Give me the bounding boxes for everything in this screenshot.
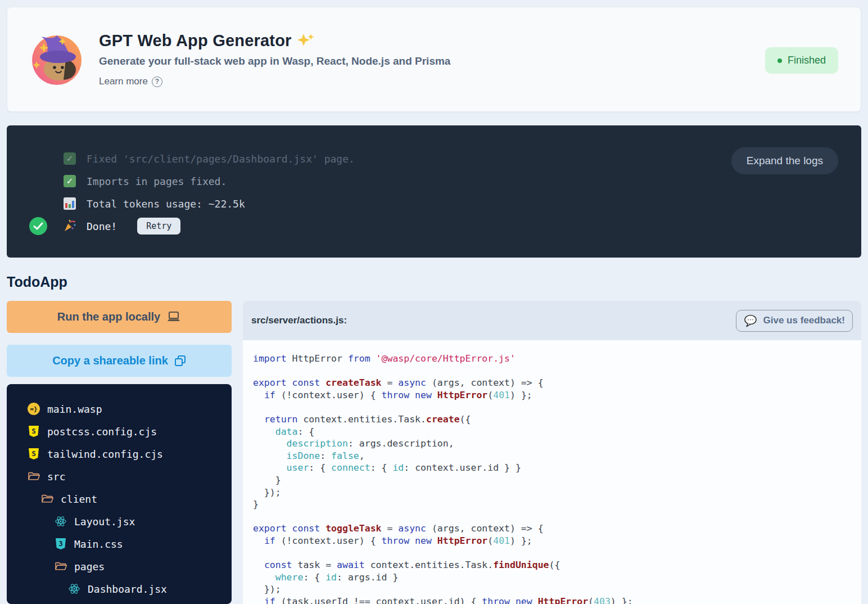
code-line: user: { connect: { id: context.user.id }… [253,462,861,474]
file-path-label: src/server/actions.js: [251,315,347,326]
log-row: Total tokens usage: ~22.5k [7,192,861,215]
tree-item-main-css[interactable]: 3Main.css [7,533,232,555]
tree-item-label: postcss.config.cjs [47,426,157,438]
log-row: Done!Retry [7,215,861,237]
feedback-button[interactable]: Give us feedback! [736,310,853,332]
tree-item-label: client [61,493,97,505]
run-app-button[interactable]: Run the app locally [7,301,232,333]
react-icon [54,515,67,528]
log-text: Done! [87,220,117,232]
tree-item-label: Layout.jsx [74,516,135,528]
bar-chart-icon [63,197,76,210]
code-line: if (!context.user) { throw new HttpError… [253,535,861,547]
code-panel: src/server/actions.js: Give us feedback!… [243,301,861,604]
status-badge: Finished [765,47,838,74]
log-row: ✓Imports in pages fixed. [7,170,861,192]
check-emoji-icon: ✓ [63,175,76,187]
tree-item-label: main.wasp [47,403,102,415]
copy-link-button[interactable]: Copy a shareable link [7,345,232,377]
code-line: export const toggleTask = async (args, c… [253,522,861,535]
page: GPT Web App Generator Generate your full… [0,0,868,604]
code-line: import HttpError from '@wasp/core/HttpEr… [253,353,861,365]
code-line: return context.entities.Task.create({ [253,413,861,426]
code-header: src/server/actions.js: Give us feedback! [243,301,861,340]
learn-more-link[interactable]: Learn more ? [99,76,162,87]
log-panel: ✓Fixed 'src/client/pages/Dashboard.jsx' … [7,125,861,258]
code-line [253,401,861,413]
copy-icon [174,355,186,367]
code-line: const task = await context.entities.Task… [253,559,861,571]
check-emoji-icon: ✓ [63,152,76,165]
run-app-label: Run the app locally [57,310,160,323]
folder-icon [54,561,67,572]
svg-text:3: 3 [58,540,62,548]
left-column: Run the app locally Copy a shareable lin… [7,301,232,604]
code-line: description: args.description, [253,438,861,450]
party-icon [63,219,76,233]
code-line: if (!context.user) { throw new HttpError… [253,389,861,402]
file-tree: =}main.waspSpostcss.config.cjsStailwind.… [7,384,232,604]
tree-item-pages[interactable]: pages [7,555,232,578]
tree-item-label: pages [74,561,105,573]
code-line: where: { id: args.id } [253,571,861,584]
success-check-icon [29,217,47,235]
code-line: }); [253,583,861,596]
js-shield-icon: S [27,448,40,460]
code-editor: import HttpError from '@wasp/core/HttpEr… [243,340,861,604]
speech-bubble-icon [744,314,758,327]
subtitle: Generate your full-stack web app in Wasp… [99,55,450,67]
feedback-label: Give us feedback! [763,315,845,326]
log-text: Total tokens usage: ~22.5k [87,198,245,210]
folder-icon [40,493,54,504]
tree-item-label: src [47,471,66,483]
learn-more-label: Learn more [99,76,148,87]
react-icon [67,583,81,595]
code-line: isDone: false, [253,450,861,462]
retry-button[interactable]: Retry [137,218,180,235]
wasp-mage-logo [30,32,84,87]
code-line: data: { [253,426,861,438]
code-line: if (task.userId !== context.user.id) { t… [253,596,861,604]
tree-item-label: tailwind.config.cjs [47,448,163,460]
log-text: Fixed 'src/client/pages/Dashboard.jsx' p… [87,153,355,165]
app-name: TodoApp [7,274,861,290]
status-label: Finished [788,55,826,66]
folder-icon [27,471,40,482]
css-shield-icon: 3 [54,538,67,550]
code-line: }); [253,486,861,499]
code-line [253,365,861,377]
svg-text:S: S [31,427,35,435]
code-line: } [253,474,861,486]
tree-item-layout-jsx[interactable]: Layout.jsx [7,510,232,533]
main-row: Run the app locally Copy a shareable lin… [7,301,861,604]
code-line: } [253,498,861,511]
log-text: Imports in pages fixed. [87,175,227,187]
header-card: GPT Web App Generator Generate your full… [7,7,861,112]
wasp-icon: =} [27,403,40,415]
code-line [253,547,861,560]
tree-item-src[interactable]: src [7,465,232,488]
tree-item-label: Dashboard.jsx [88,583,167,595]
code-line: export const createTask = async (args, c… [253,377,861,389]
laptop-icon [166,311,181,323]
code-line [253,511,861,523]
tree-item-main-wasp[interactable]: =}main.wasp [7,398,232,420]
sparkles-icon [297,33,314,49]
js-shield-icon: S [27,425,40,438]
tree-item-label: Main.css [74,538,123,550]
tree-item-client[interactable]: client [7,488,232,510]
status-dot-icon [777,58,782,63]
tree-item-postcss-config-cjs[interactable]: Spostcss.config.cjs [7,420,232,443]
svg-text:S: S [31,450,35,458]
expand-logs-button[interactable]: Expand the logs [731,147,838,174]
tree-item-tailwind-config-cjs[interactable]: Stailwind.config.cjs [7,443,232,465]
tree-item-dashboard-jsx[interactable]: Dashboard.jsx [7,578,232,600]
copy-link-label: Copy a shareable link [52,354,168,367]
question-icon: ? [152,76,162,87]
page-title: GPT Web App Generator [99,31,292,50]
